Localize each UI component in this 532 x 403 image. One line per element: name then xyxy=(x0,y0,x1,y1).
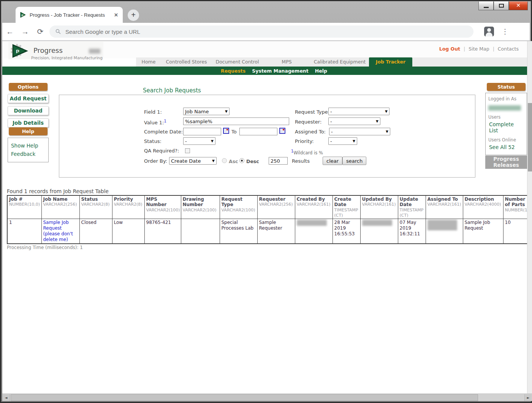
field1-label: Field 1: xyxy=(144,109,162,115)
forward-button[interactable]: → xyxy=(17,27,33,36)
users-online-label: Users Online xyxy=(488,137,524,143)
table-cell: 1 xyxy=(7,219,41,244)
scroll-right-arrow[interactable]: ► xyxy=(524,394,532,401)
close-button[interactable]: ✕ xyxy=(509,2,528,10)
priority-label: Priority: xyxy=(295,138,314,144)
brand-name: Progress xyxy=(33,46,63,54)
header-link-site-map[interactable]: Site Map xyxy=(469,46,489,52)
nav-tab-home[interactable]: Home xyxy=(136,57,161,67)
status-panel: Status Logged in As Users Complete List … xyxy=(485,83,527,169)
results-label: Results xyxy=(292,158,310,164)
vertical-scrollbar[interactable] xyxy=(527,41,532,393)
status-panel-header: Status xyxy=(487,83,526,91)
job-details-button[interactable]: Job Details xyxy=(8,118,49,127)
download-button[interactable]: Download xyxy=(8,106,49,115)
subnav-system-management[interactable]: System Management xyxy=(252,68,308,74)
col-header-mps-number: MPS NumberVARCHAR2(100) xyxy=(144,195,181,219)
minimize-button[interactable] xyxy=(478,2,494,10)
job-name-link[interactable]: Sample Job Request (please don't delete … xyxy=(43,220,73,242)
maximize-button[interactable] xyxy=(494,2,509,10)
complete-date-from-input[interactable] xyxy=(183,128,221,135)
nav-tab-calibrated-equipment[interactable]: Calibrated Equipment xyxy=(310,57,369,67)
progress-releases-button[interactable]: Progress Releases xyxy=(485,155,527,169)
search-icon xyxy=(55,29,61,34)
calendar-icon[interactable] xyxy=(223,128,229,134)
browser-tab[interactable]: P Progress - Job Tracker - Requests ✕ xyxy=(16,7,123,23)
profile-icon[interactable] xyxy=(484,27,494,36)
value1-input[interactable] xyxy=(183,117,289,125)
processing-time-text: Processing Time (milliseconds): 1 xyxy=(7,245,83,250)
favicon-pennant-icon: P xyxy=(20,12,26,18)
main-nav: HomeControlled StoresDocument ControlMPS… xyxy=(136,57,527,67)
col-header-requester: RequesterVARCHAR2(256) xyxy=(257,195,295,219)
col-header-updated-by: Updated ByVARCHAR2(161) xyxy=(360,195,398,219)
horizontal-scrollbar-thumb[interactable] xyxy=(11,394,478,401)
header-link-log-out[interactable]: Log Out xyxy=(439,46,460,52)
header-link-contacts[interactable]: Contacts xyxy=(498,46,519,52)
see-all-link[interactable]: See All 52 xyxy=(489,144,524,150)
browser-viewport: ⚙ P Progress Precision, Integrated Manuf… xyxy=(2,41,532,401)
subnav-requests[interactable]: Requests xyxy=(221,68,245,74)
col-header-number-of-parts: Number of PartsNUMBER(10 xyxy=(503,195,527,219)
feedback-link[interactable]: Feedback xyxy=(11,150,45,158)
request-type-select[interactable]: -▼ xyxy=(328,108,390,115)
scroll-left-arrow[interactable]: ◄ xyxy=(3,394,10,401)
header-links: Log Out|Site Map|Contacts xyxy=(439,46,519,52)
browser-window: P Progress - Job Tracker - Requests ✕ + … xyxy=(0,0,532,403)
assigned-to-label: Assigned To: xyxy=(295,129,326,135)
tab-close-icon[interactable]: ✕ xyxy=(113,12,119,18)
wildcard-note: 1Wildcard is % xyxy=(291,149,323,155)
col-header-drawing-number: Drawing NumberVARCHAR2(100) xyxy=(181,195,220,219)
assigned-to-select[interactable]: -▼ xyxy=(329,128,390,135)
show-help-link[interactable]: Show Help xyxy=(11,141,45,150)
help-links-box: Show HelpFeedback xyxy=(8,138,49,162)
results-table: Job #NUMBER(10,0)Job NameVARCHAR2(256)St… xyxy=(7,195,527,244)
results-count-input[interactable] xyxy=(269,157,288,165)
field1-select[interactable]: Job Name▼ xyxy=(183,108,230,115)
nav-tab-job-tracker[interactable]: Job Tracker xyxy=(369,57,412,67)
page-content: ⚙ P Progress Precision, Integrated Manuf… xyxy=(2,41,527,393)
refresh-button[interactable]: ⟳ xyxy=(33,27,48,36)
table-cell: 07 May 2019 16:32:11 xyxy=(398,219,426,244)
add-request-button[interactable]: Add Request xyxy=(8,94,49,103)
chevron-down-icon: ▼ xyxy=(386,130,388,133)
asc-radio[interactable] xyxy=(222,158,227,163)
new-tab-button[interactable]: + xyxy=(128,10,139,21)
table-cell: 28 Mar 2019 16:55:53 xyxy=(332,219,360,244)
col-header-created-by: Created ByVARCHAR2(161) xyxy=(295,195,332,219)
qa-required-checkbox[interactable] xyxy=(185,148,190,153)
maximize-icon xyxy=(499,4,504,8)
nav-tab-mps[interactable]: MPS xyxy=(263,57,310,67)
chevron-down-icon: ▼ xyxy=(212,159,215,163)
nav-tab-controlled-stores[interactable]: Controlled Stores xyxy=(161,57,212,67)
subnav-help[interactable]: Help xyxy=(315,68,327,74)
clear-button[interactable]: clear xyxy=(323,157,342,165)
brand-tagline: Precision, Integrated Manufacturing xyxy=(31,56,103,60)
vertical-scrollbar-thumb[interactable] xyxy=(528,103,532,171)
back-button[interactable]: ← xyxy=(2,27,17,36)
order-by-select[interactable]: Create Date▼ xyxy=(169,157,217,165)
search-button[interactable]: search xyxy=(342,157,366,165)
priority-select[interactable]: -▼ xyxy=(328,137,357,145)
col-header-assigned-to: Assigned ToVARCHAR2(161) xyxy=(426,195,463,219)
requester-select[interactable]: -▼ xyxy=(328,117,380,125)
chevron-down-icon: ▼ xyxy=(211,139,214,143)
table-cell: Closed xyxy=(79,219,112,244)
to-label: To xyxy=(231,129,237,135)
progress-logo: ⚙ P Progress Precision, Integrated Manuf… xyxy=(8,42,103,59)
logged-in-label: Logged in As xyxy=(488,96,524,102)
complete-list-link[interactable]: Complete List xyxy=(489,121,524,133)
desc-radio[interactable] xyxy=(239,158,244,163)
browser-menu-icon[interactable]: ⋮ xyxy=(502,27,508,36)
status-select[interactable]: -▼ xyxy=(183,137,215,145)
horizontal-scrollbar[interactable]: ◄ ► xyxy=(2,393,532,401)
calendar-icon[interactable] xyxy=(279,128,285,134)
address-input[interactable] xyxy=(65,29,467,35)
nav-tab-document-control[interactable]: Document Control xyxy=(212,57,263,67)
table-cell xyxy=(426,219,463,244)
table-cell: 10 xyxy=(503,219,527,244)
complete-date-to-input[interactable] xyxy=(239,128,277,135)
address-bar[interactable] xyxy=(49,25,473,38)
qa-required-label: QA Required?: xyxy=(144,148,179,154)
redacted-cell xyxy=(297,220,327,226)
